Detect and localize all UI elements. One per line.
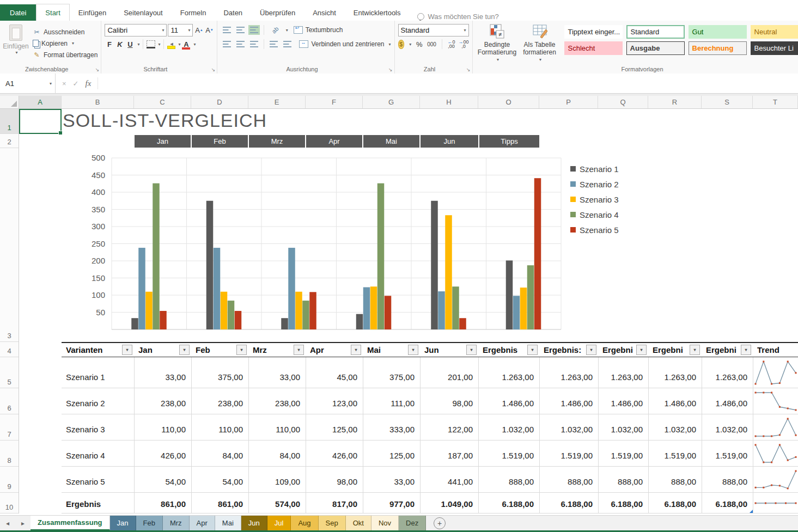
sheet-tab-Feb[interactable]: Feb [136, 516, 163, 530]
column-header-D[interactable]: D [191, 96, 248, 108]
row-header-9[interactable]: 9 [0, 467, 19, 493]
filter-button[interactable]: ▾ [636, 345, 647, 355]
insert-function-icon[interactable]: fx [86, 79, 92, 88]
style-gallery-item[interactable]: Schlecht [564, 41, 623, 55]
font-color-icon[interactable]: A [181, 39, 191, 50]
month-button-Jun[interactable]: Jun [421, 135, 478, 148]
dialog-launcher-icon[interactable]: ↘ [211, 67, 216, 72]
sheet-tab-Mrz[interactable]: Mrz [163, 516, 190, 530]
style-gallery-item[interactable]: Tipptext einger... [564, 25, 623, 39]
style-gallery-item[interactable]: Gut [689, 25, 747, 39]
fill-color-icon[interactable]: ◂ [167, 40, 175, 48]
sheet-tab-Zusammenfassung[interactable]: Zusammenfassung [31, 516, 109, 530]
ribbon-tab-Start[interactable]: Start [36, 4, 69, 21]
wrap-text-button[interactable]: Textumbruch [294, 26, 343, 34]
sheet-tab-Nov[interactable]: Nov [371, 516, 399, 530]
row-header-5[interactable]: 5 [0, 357, 19, 388]
style-gallery-item[interactable]: Besuchter Li [751, 41, 798, 55]
sheet-tab-Jan[interactable]: Jan [110, 516, 136, 530]
align-top-icon[interactable] [223, 27, 231, 33]
column-header-T[interactable]: T [753, 96, 798, 108]
filter-button[interactable]: ▾ [741, 345, 751, 355]
row-header-2[interactable]: 2 [0, 134, 19, 148]
month-button-Jan[interactable]: Jan [135, 135, 191, 148]
sheet-tab-Apr[interactable]: Apr [190, 516, 215, 530]
sheet-tab-Jun[interactable]: Jun [241, 516, 267, 530]
select-all-corner[interactable] [0, 96, 19, 108]
month-button-Tipps[interactable]: Tipps [479, 135, 539, 148]
conditional-formatting-button[interactable]: ≠ Bedingte Formatierung ▾ [476, 23, 519, 64]
month-button-Mai[interactable]: Mai [363, 135, 419, 148]
align-middle-icon[interactable] [236, 27, 245, 33]
cell-grid[interactable]: SOLL-IST-VERGLEICH 501001502002503003504… [19, 109, 798, 513]
row-header-8[interactable]: 8 [0, 441, 19, 467]
style-gallery-item[interactable]: Berechnung [689, 41, 747, 55]
column-header-G[interactable]: G [363, 96, 420, 108]
decrease-font-button[interactable]: A▾ [204, 25, 214, 35]
italic-button[interactable]: K [115, 39, 124, 50]
filter-button[interactable]: ▾ [236, 345, 247, 355]
increase-indent-icon[interactable] [283, 41, 291, 47]
copy-button[interactable]: Kopieren ▾ [33, 38, 98, 49]
font-name-select[interactable]: Calibri ▾ [105, 24, 167, 36]
column-header-F[interactable]: F [306, 96, 363, 108]
ribbon-tab-Daten[interactable]: Daten [215, 4, 251, 21]
add-sheet-button[interactable]: + [434, 517, 446, 529]
tell-me-box[interactable]: Was möchten Sie tun? [417, 13, 499, 21]
chart-area[interactable]: 50100150200250300350400450500 [90, 150, 572, 339]
ribbon-tab-Einfügen[interactable]: Einfügen [70, 4, 115, 21]
style-gallery-item[interactable]: Ausgabe [626, 41, 685, 55]
ribbon-tab-Formeln[interactable]: Formeln [172, 4, 215, 21]
column-header-R[interactable]: R [648, 96, 702, 108]
number-format-select[interactable]: Standard ▾ [398, 24, 469, 36]
bold-button[interactable]: F [105, 39, 114, 50]
enter-icon[interactable]: ✓ [73, 80, 79, 88]
style-gallery-item[interactable]: Neutral [751, 25, 798, 39]
column-header-B[interactable]: B [62, 96, 134, 108]
filter-button[interactable]: ▾ [466, 345, 477, 355]
ribbon-tab-Überprüfen[interactable]: Überprüfen [251, 4, 304, 21]
column-header-Q[interactable]: Q [598, 96, 648, 108]
underline-button[interactable]: U [125, 39, 135, 50]
cut-button[interactable]: ✂ Ausschneiden [33, 26, 98, 38]
column-header-O[interactable]: O [478, 96, 539, 108]
style-gallery-item[interactable]: Standard [626, 25, 685, 39]
align-bottom-icon[interactable] [250, 27, 258, 33]
filter-button[interactable]: ▾ [527, 345, 538, 355]
row-header-1[interactable]: 1 [0, 109, 19, 134]
align-center-icon[interactable] [236, 41, 245, 47]
column-header-H[interactable]: H [420, 96, 478, 108]
row-header-6[interactable]: 6 [0, 388, 19, 414]
decrease-decimal-icon[interactable]: →00,0 [459, 40, 469, 48]
increase-decimal-icon[interactable]: ←0,00 [447, 40, 455, 48]
font-size-select[interactable]: 11 ▾ [168, 24, 193, 36]
tab-scroll-left-icon[interactable]: ◂ [0, 516, 15, 530]
formula-input[interactable] [98, 74, 798, 93]
column-header-P[interactable]: P [539, 96, 598, 108]
cancel-icon[interactable]: × [62, 80, 66, 88]
ribbon-tab-Ansicht[interactable]: Ansicht [304, 4, 345, 21]
decrease-indent-icon[interactable] [270, 41, 278, 47]
comma-style-button[interactable]: 000 [427, 41, 436, 47]
percent-style-button[interactable]: % [415, 39, 424, 50]
increase-font-button[interactable]: A▴ [194, 25, 203, 35]
accounting-format-icon[interactable]: $ [398, 40, 405, 49]
table-resize-handle[interactable] [750, 510, 753, 513]
ribbon-tab-Entwicklertools[interactable]: Entwicklertools [345, 4, 410, 21]
file-tab[interactable]: Datei [0, 4, 36, 21]
column-header-C[interactable]: C [134, 96, 191, 108]
borders-icon[interactable] [147, 40, 155, 48]
sheet-tab-Jul[interactable]: Jul [267, 516, 291, 530]
sheet-tab-Mai[interactable]: Mai [215, 516, 241, 530]
row-header-10[interactable]: 10 [0, 493, 19, 513]
name-box[interactable]: A1 ▾ [0, 74, 56, 93]
tab-scroll-right-icon[interactable]: ▸ [15, 516, 31, 530]
align-right-icon[interactable] [250, 41, 258, 47]
format-as-table-button[interactable]: Als Tabelle formatieren ▾ [519, 23, 561, 64]
align-left-icon[interactable] [223, 41, 231, 47]
dialog-launcher-icon[interactable]: ↘ [95, 67, 100, 72]
filter-button[interactable]: ▾ [294, 345, 304, 355]
sheet-tab-Dez[interactable]: Dez [399, 516, 426, 530]
month-button-Feb[interactable]: Feb [192, 135, 248, 148]
dialog-launcher-icon[interactable]: ↘ [388, 67, 393, 72]
